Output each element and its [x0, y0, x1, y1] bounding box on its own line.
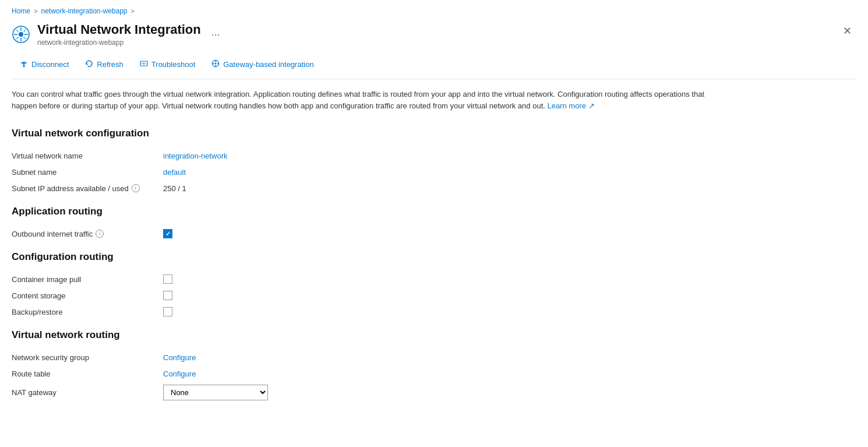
learn-more-link[interactable]: Learn more ↗ [547, 101, 594, 110]
svg-line-8 [24, 30, 26, 32]
vnet-name-label: Virtual network name [12, 152, 163, 160]
backup-restore-checkbox-container [163, 307, 172, 316]
route-table-configure-link[interactable]: Configure [163, 369, 196, 378]
svg-line-6 [16, 30, 19, 32]
outbound-traffic-checkbox[interactable] [163, 229, 172, 238]
app-routing-section: Application routing Outbound internet tr… [12, 206, 856, 242]
vnet-name-value: integration-network [163, 152, 228, 160]
nat-gateway-dropdown-container: None Option1 Option2 [163, 385, 268, 400]
config-routing-title: Configuration routing [12, 251, 856, 263]
more-options-button[interactable]: ··· [208, 26, 224, 43]
container-image-pull-row: Container image pull [12, 271, 856, 287]
subnet-ip-row: Subnet IP address available / used i 250… [12, 180, 856, 196]
nsg-configure-link[interactable]: Configure [163, 353, 196, 362]
container-image-pull-label: Container image pull [12, 275, 163, 284]
nsg-value: Configure [163, 353, 196, 362]
breadcrumb-home[interactable]: Home [12, 7, 30, 15]
vnet-integration-icon [12, 25, 30, 44]
subnet-name-label: Subnet name [12, 168, 163, 177]
gateway-integration-button[interactable]: Gateway-based integration [203, 56, 322, 73]
external-link-icon: ↗ [588, 101, 595, 110]
container-image-pull-checkbox[interactable] [163, 274, 172, 284]
vnet-routing-section: Virtual network routing Network security… [12, 329, 856, 403]
vnet-name-link[interactable]: integration-network [163, 152, 228, 160]
refresh-icon [85, 59, 93, 69]
route-table-value: Configure [163, 369, 196, 378]
description-text: You can control what traffic goes throug… [12, 90, 704, 110]
svg-line-7 [24, 37, 26, 40]
vnet-config-title: Virtual network configuration [12, 128, 856, 139]
breadcrumb-sep2: > [131, 8, 135, 15]
outbound-traffic-label: Outbound internet traffic i [12, 230, 163, 238]
close-icon: ✕ [843, 25, 852, 37]
vnet-name-row: Virtual network name integration-network [12, 147, 856, 164]
refresh-button[interactable]: Refresh [77, 56, 132, 73]
svg-point-1 [19, 32, 23, 37]
disconnect-label: Disconnect [31, 60, 69, 69]
subnet-name-link[interactable]: default [163, 168, 186, 177]
container-image-pull-checkbox-container [163, 274, 172, 284]
subnet-name-value: default [163, 168, 186, 177]
subnet-ip-info-icon[interactable]: i [132, 184, 140, 192]
page-subtitle: network-integration-webapp [37, 38, 201, 47]
backup-restore-label: Backup/restore [12, 308, 163, 316]
breadcrumb-app[interactable]: network-integration-webapp [41, 7, 127, 15]
outbound-traffic-info-icon[interactable]: i [96, 230, 104, 238]
disconnect-icon [20, 59, 28, 69]
disconnect-button[interactable]: Disconnect [12, 56, 77, 73]
gateway-label: Gateway-based integration [223, 60, 313, 69]
toolbar: Disconnect Refresh Troubleshoot [12, 52, 856, 79]
backup-restore-row: Backup/restore [12, 304, 856, 320]
page-header: Virtual Network Integration network-inte… [12, 20, 856, 52]
description: You can control what traffic goes throug… [12, 79, 711, 118]
nsg-row: Network security group Configure [12, 349, 856, 365]
outbound-traffic-row: Outbound internet traffic i [12, 226, 856, 242]
breadcrumb: Home > network-integration-webapp > [12, 0, 856, 20]
backup-restore-checkbox[interactable] [163, 307, 172, 316]
nsg-label: Network security group [12, 353, 163, 362]
route-table-row: Route table Configure [12, 365, 856, 382]
nat-gateway-row: NAT gateway None Option1 Option2 [12, 382, 856, 403]
route-table-label: Route table [12, 369, 163, 378]
content-storage-row: Content storage [12, 287, 856, 304]
refresh-label: Refresh [97, 60, 124, 69]
app-routing-title: Application routing [12, 206, 856, 217]
close-button[interactable]: ✕ [838, 22, 856, 40]
subnet-ip-value: 250 / 1 [163, 184, 186, 193]
gateway-icon [211, 59, 220, 69]
subnet-ip-label: Subnet IP address available / used i [12, 184, 163, 193]
troubleshoot-label: Troubleshoot [151, 60, 195, 69]
config-routing-section: Configuration routing Container image pu… [12, 251, 856, 320]
vnet-config-section: Virtual network configuration Virtual ne… [12, 128, 856, 196]
svg-line-9 [16, 37, 19, 40]
outbound-traffic-checkbox-container [163, 229, 172, 238]
nat-gateway-select[interactable]: None Option1 Option2 [163, 385, 268, 400]
troubleshoot-icon [140, 59, 148, 69]
subnet-name-row: Subnet name default [12, 164, 856, 180]
page-title: Virtual Network Integration [37, 22, 201, 37]
troubleshoot-button[interactable]: Troubleshoot [132, 56, 203, 73]
vnet-routing-title: Virtual network routing [12, 329, 856, 341]
content-storage-checkbox[interactable] [163, 291, 172, 300]
content-storage-label: Content storage [12, 291, 163, 300]
svg-point-10 [23, 62, 25, 65]
nat-gateway-label: NAT gateway [12, 388, 163, 397]
content-storage-checkbox-container [163, 291, 172, 300]
svg-point-18 [215, 63, 217, 65]
breadcrumb-sep1: > [34, 8, 37, 15]
